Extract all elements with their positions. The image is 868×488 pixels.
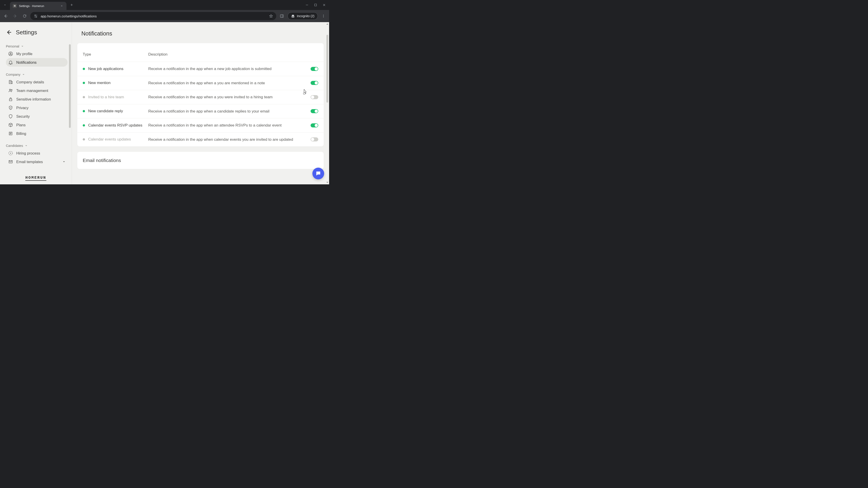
status-dot xyxy=(83,68,85,70)
back-button[interactable] xyxy=(2,12,9,20)
back-to-app-button[interactable] xyxy=(5,29,12,36)
panel-button[interactable] xyxy=(278,12,286,20)
notification-toggle[interactable] xyxy=(311,123,318,127)
sidebar-item-label: Billing xyxy=(16,131,26,136)
sidebar-item-my-profile[interactable]: My profile xyxy=(6,50,68,58)
sidebar-item-label: Privacy xyxy=(16,106,29,110)
browser-menu-button[interactable] xyxy=(320,12,327,20)
notification-row: New job applicationsReceive a notificati… xyxy=(77,62,324,76)
row-type-cell: New mention xyxy=(83,80,148,86)
minimize-button[interactable] xyxy=(306,4,308,6)
chevron-down-icon xyxy=(63,160,65,163)
status-dot xyxy=(83,82,85,84)
notification-toggle[interactable] xyxy=(311,67,318,71)
notification-toggle[interactable] xyxy=(311,81,318,85)
row-type-cell: Calendar events updates xyxy=(83,137,148,142)
notification-toggle[interactable] xyxy=(311,95,318,99)
chat-support-button[interactable] xyxy=(312,168,324,180)
main-content: Notifications Type Description New job a… xyxy=(72,22,329,184)
browser-tab[interactable]: H Settings · Homerun xyxy=(10,2,66,10)
sidebar-item-plans[interactable]: Plans xyxy=(6,121,68,129)
notification-type-label: New candidate reply xyxy=(88,108,123,114)
forward-button[interactable] xyxy=(11,12,19,20)
tab-close-button[interactable] xyxy=(60,4,64,8)
tabs-dropdown-button[interactable] xyxy=(0,0,10,10)
row-toggle-cell xyxy=(307,137,318,141)
svg-point-5 xyxy=(293,17,294,18)
caret-down-icon xyxy=(22,73,25,76)
sidebar-item-sensitive-information[interactable]: Sensitive information xyxy=(6,95,68,103)
shield-check-icon xyxy=(8,105,13,110)
main-header: Notifications xyxy=(72,22,329,37)
reload-button[interactable] xyxy=(21,12,29,20)
sidebar-scroll-area[interactable]: Personal My profile Notifications Compan… xyxy=(0,42,72,172)
svg-point-6 xyxy=(323,15,324,15)
sidebar-item-label: Notifications xyxy=(16,60,37,65)
sidebar-item-notifications[interactable]: Notifications xyxy=(6,58,68,67)
brand-logo[interactable]: HOMERUN xyxy=(25,175,46,181)
notification-description: Receive a notification in the app when a… xyxy=(148,94,307,100)
scroll-down-icon[interactable] xyxy=(326,181,329,184)
notification-row: New candidate replyReceive a notificatio… xyxy=(77,104,324,119)
scroll-up-icon[interactable] xyxy=(326,23,329,25)
svg-rect-3 xyxy=(280,15,283,18)
sidebar-item-hiring-process[interactable]: Hiring process xyxy=(6,149,68,158)
lock-icon xyxy=(8,97,13,102)
maximize-button[interactable] xyxy=(314,4,317,6)
notification-toggle[interactable] xyxy=(311,109,318,113)
address-bar[interactable]: app.homerun.co/settings/notifications xyxy=(30,12,276,20)
toggle-knob xyxy=(311,96,314,99)
row-toggle-cell xyxy=(307,123,318,127)
tune-icon xyxy=(34,14,38,18)
sidebar-item-email-templates[interactable]: Email templates xyxy=(6,158,68,166)
new-tab-button[interactable]: + xyxy=(68,3,75,7)
close-icon xyxy=(60,4,63,7)
section-header-company[interactable]: Company xyxy=(6,72,68,76)
process-icon xyxy=(8,151,13,156)
section-header-candidates[interactable]: Candidates xyxy=(6,144,68,148)
sidebar-item-privacy[interactable]: Privacy xyxy=(6,103,68,112)
sidebar-item-billing[interactable]: Billing xyxy=(6,129,68,138)
maximize-icon xyxy=(314,4,317,6)
bell-icon xyxy=(8,60,13,65)
page-title: Notifications xyxy=(81,30,329,37)
section-header-personal[interactable]: Personal xyxy=(6,44,68,48)
sidebar-scrollbar-thumb[interactable] xyxy=(69,44,71,128)
site-info-button[interactable] xyxy=(33,14,38,18)
window-controls xyxy=(306,4,329,6)
sidebar-item-company-details[interactable]: Company details xyxy=(6,78,68,86)
settings-sidebar: Settings Personal My profile Notificatio… xyxy=(0,22,72,184)
settings-title: Settings xyxy=(16,29,37,36)
section-label: Personal xyxy=(6,44,19,48)
section-label: Company xyxy=(6,72,20,76)
kebab-icon xyxy=(322,14,325,18)
status-dot xyxy=(83,96,85,98)
incognito-icon xyxy=(291,14,295,18)
notification-description: Receive a notification in the app when a… xyxy=(148,66,307,72)
svg-point-14 xyxy=(11,90,12,91)
main-scrollbar-thumb[interactable] xyxy=(327,35,328,103)
row-type-cell: Invited to a hire team xyxy=(83,94,148,100)
bookmark-button[interactable] xyxy=(269,14,273,18)
row-type-cell: Calendar events RSVP updates xyxy=(83,123,148,128)
url-text: app.homerun.co/settings/notifications xyxy=(41,14,97,18)
minimize-icon xyxy=(306,4,308,6)
browser-tab-strip: H Settings · Homerun + xyxy=(0,0,329,10)
notification-toggle[interactable] xyxy=(311,137,318,141)
sidebar-item-security[interactable]: Security xyxy=(6,112,68,121)
favicon-icon: H xyxy=(13,4,17,8)
star-icon xyxy=(269,14,273,18)
toggle-knob xyxy=(311,138,314,141)
incognito-indicator[interactable]: Incognito (2) xyxy=(287,12,318,20)
sidebar-item-team-management[interactable]: Team management xyxy=(6,86,68,95)
notification-description: Receive a notification in the app when c… xyxy=(148,137,307,142)
close-window-button[interactable] xyxy=(323,4,326,6)
main-scrollbar[interactable] xyxy=(326,22,329,184)
sidebar-scrollbar[interactable] xyxy=(68,42,72,172)
svg-rect-12 xyxy=(11,81,12,84)
box-icon xyxy=(8,123,13,127)
svg-rect-11 xyxy=(9,80,11,84)
svg-point-1 xyxy=(35,15,36,15)
arrow-left-icon xyxy=(6,29,12,35)
svg-rect-0 xyxy=(315,4,317,6)
